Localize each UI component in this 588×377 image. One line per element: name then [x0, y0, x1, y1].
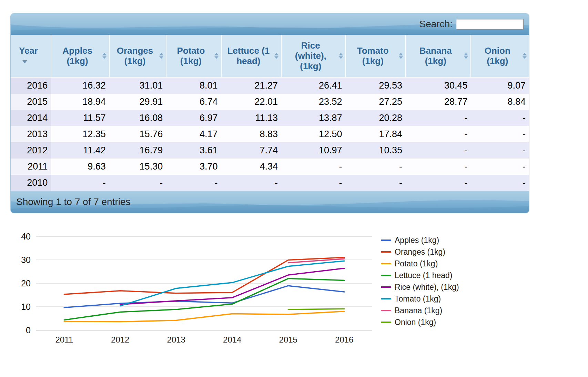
value-cell: -	[346, 175, 406, 191]
value-cell: -	[221, 175, 281, 191]
legend-label: Tomato (1kg)	[395, 294, 441, 304]
value-cell: 15.30	[109, 159, 166, 175]
legend-item-onion-1kg: Onion (1kg)	[381, 316, 459, 328]
column-header-oranges-1kg[interactable]: Oranges (1kg)	[109, 35, 166, 77]
value-cell: -	[109, 175, 166, 191]
value-cell: -	[281, 159, 345, 175]
value-cell: 20.28	[346, 110, 406, 126]
x-axis-tick-label: 2015	[279, 335, 297, 344]
y-axis-tick-label: 10	[21, 302, 31, 312]
value-cell: 3.61	[166, 142, 221, 159]
value-cell: -	[406, 126, 471, 142]
legend-line-swatch	[381, 251, 391, 253]
column-header-year[interactable]: Year	[11, 35, 51, 77]
series-line-apples-1kg	[64, 286, 344, 307]
sort-both-icon	[102, 53, 107, 59]
legend-item-rice-white-1kg: Rice (white), (1kg)	[381, 281, 459, 293]
table-header: YearApples (1kg)Oranges (1kg)Potato (1kg…	[11, 35, 529, 77]
column-header-banana-1kg[interactable]: Banana (1kg)	[406, 35, 471, 77]
legend-item-lettuce-1-head: Lettuce (1 head)	[381, 269, 459, 281]
value-cell: 4.34	[221, 159, 281, 175]
year-cell: 2015	[11, 94, 51, 110]
value-cell: -	[471, 159, 529, 175]
table-row-2014: 201411.5716.086.9711.1313.8720.28--	[11, 110, 529, 126]
column-header-tomato-1kg[interactable]: Tomato (1kg)	[346, 35, 406, 77]
column-header-potato-1kg[interactable]: Potato (1kg)	[166, 35, 221, 77]
table-row-2013: 201312.3515.764.178.8312.5017.84--	[11, 126, 529, 142]
legend-label: Rice (white), (1kg)	[395, 283, 459, 292]
table-row-2016: 201616.3231.018.0121.2726.4129.5330.459.…	[11, 77, 529, 94]
y-axis-tick-label: 20	[21, 278, 31, 288]
y-axis-tick-label: 0	[26, 325, 31, 335]
value-cell: 29.91	[109, 94, 166, 110]
series-line-oranges-1kg	[64, 257, 344, 294]
x-axis-tick-label: 2011	[55, 335, 73, 344]
sort-both-icon	[214, 53, 219, 59]
chart-legend: Apples (1kg)Oranges (1kg)Potato (1kg)Let…	[381, 234, 459, 328]
legend-label: Potato (1kg)	[395, 259, 438, 268]
table-row-2010: 2010--------	[11, 175, 529, 191]
column-label: Onion (1kg)	[485, 45, 510, 66]
value-cell: -	[471, 175, 529, 191]
column-label: Lettuce (1 head)	[227, 45, 270, 66]
value-cell: 22.01	[221, 94, 281, 110]
search-label: Search:	[419, 19, 453, 30]
legend-line-swatch	[381, 275, 391, 276]
value-cell: 12.50	[281, 126, 345, 142]
value-cell: -	[471, 142, 529, 159]
year-cell: 2013	[11, 126, 51, 142]
value-cell: -	[471, 110, 529, 126]
table-body: 201616.3231.018.0121.2726.4129.5330.459.…	[11, 77, 529, 191]
chart-plot-area: 010203040201120122013201420152016	[21, 224, 379, 353]
value-cell: 6.97	[166, 110, 221, 126]
sort-descending-icon	[22, 60, 27, 63]
table-row-2015: 201518.9429.916.7422.0123.5227.2528.778.…	[11, 94, 529, 110]
legend-item-potato-1kg: Potato (1kg)	[381, 258, 459, 269]
value-cell: -	[406, 175, 471, 191]
legend-line-swatch	[381, 286, 391, 288]
year-cell: 2014	[11, 110, 51, 126]
column-header-rice-white-1kg[interactable]: Rice (white), (1kg)	[281, 35, 345, 77]
column-header-apples-1kg[interactable]: Apples (1kg)	[51, 35, 109, 77]
value-cell: -	[406, 159, 471, 175]
value-cell: 11.42	[51, 142, 109, 159]
y-axis-tick-label: 30	[21, 255, 31, 265]
table-info: Showing 1 to 7 of 7 entries	[16, 196, 131, 207]
value-cell: -	[346, 159, 406, 175]
year-cell: 2010	[11, 175, 51, 191]
table-row-2011: 20119.6315.303.704.34----	[11, 159, 529, 175]
x-axis-tick-label: 2016	[335, 335, 353, 344]
header-row: YearApples (1kg)Oranges (1kg)Potato (1kg…	[11, 35, 529, 77]
series-line-onion-1kg	[288, 309, 344, 309]
value-cell: -	[471, 126, 529, 142]
x-axis-tick-label: 2014	[223, 335, 241, 344]
legend-line-swatch	[381, 298, 391, 299]
value-cell: 9.07	[471, 77, 529, 94]
legend-label: Oranges (1kg)	[395, 247, 445, 257]
value-cell: 8.01	[166, 77, 221, 94]
legend-label: Onion (1kg)	[395, 318, 436, 327]
value-cell: 11.13	[221, 110, 281, 126]
value-cell: -	[51, 175, 109, 191]
legend-label: Apples (1kg)	[395, 236, 439, 245]
column-label: Rice (white), (1kg)	[295, 40, 326, 71]
value-cell: 3.70	[166, 159, 221, 175]
value-cell: 13.87	[281, 110, 345, 126]
year-cell: 2016	[11, 77, 51, 94]
column-label: Tomato (1kg)	[357, 45, 389, 66]
column-label: Year	[19, 45, 38, 56]
column-label: Potato (1kg)	[177, 45, 205, 66]
search-input[interactable]	[456, 19, 524, 30]
table-info-bar: Showing 1 to 7 of 7 entries	[11, 191, 529, 213]
x-axis-tick-label: 2013	[167, 335, 185, 344]
column-header-onion-1kg[interactable]: Onion (1kg)	[471, 35, 529, 77]
value-cell: 9.63	[51, 159, 109, 175]
legend-item-apples-1kg: Apples (1kg)	[381, 234, 459, 246]
value-cell: 10.97	[281, 142, 345, 159]
sort-both-icon	[339, 53, 343, 59]
value-cell: 26.41	[281, 77, 345, 94]
value-cell: -	[166, 175, 221, 191]
sort-both-icon	[399, 53, 403, 59]
column-header-lettuce-1-head[interactable]: Lettuce (1 head)	[221, 35, 281, 77]
value-cell: 31.01	[109, 77, 166, 94]
